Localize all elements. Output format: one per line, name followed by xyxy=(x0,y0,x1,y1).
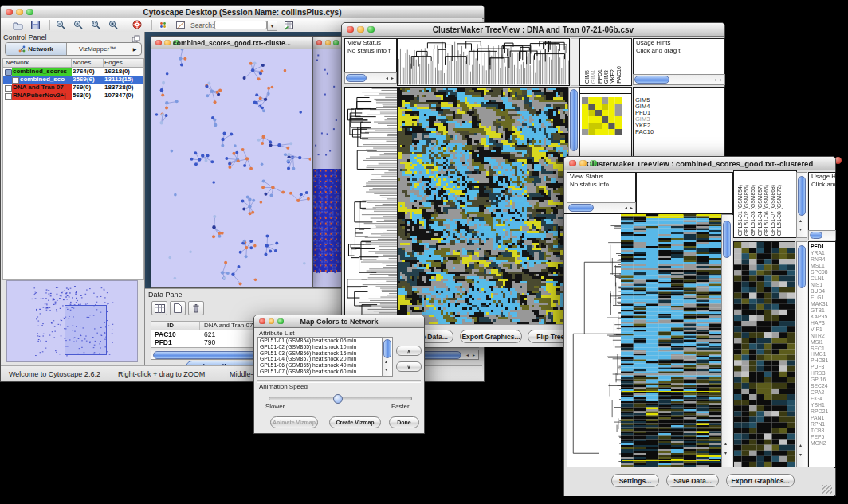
attribute-list-item[interactable]: GPL51-02 (GSM855) heat shock 10 min xyxy=(258,344,383,350)
gene-label[interactable]: CLN1 xyxy=(809,275,835,282)
close-icon[interactable] xyxy=(569,160,576,167)
network-overview[interactable] xyxy=(6,280,138,362)
column-label[interactable]: GIM3 xyxy=(603,70,609,84)
scrollbar-thumb[interactable] xyxy=(810,232,822,239)
scroll-right-icon[interactable]: ▸ xyxy=(473,353,475,357)
scrollbar-thumb[interactable] xyxy=(798,176,806,216)
scroll-left-icon[interactable]: ◂ xyxy=(625,205,627,210)
close-icon[interactable] xyxy=(6,9,13,16)
gene-label[interactable]: TCB3 xyxy=(809,428,835,434)
column-label[interactable]: GPL51-06 (GSM865) xyxy=(764,185,769,236)
scroll-right-icon[interactable]: ▸ xyxy=(391,76,394,80)
row-dendrogram[interactable] xyxy=(344,87,398,325)
gene-label[interactable]: MAK31 xyxy=(809,301,835,307)
column-label[interactable]: GPL51-02 (GSM855) xyxy=(744,185,749,236)
gene-label[interactable]: NTR2 xyxy=(809,333,835,339)
close-icon[interactable] xyxy=(347,26,354,33)
gene-label[interactable]: NIS1 xyxy=(809,282,835,288)
scroll-up-icon[interactable]: ▴ xyxy=(799,218,802,223)
gene-label[interactable]: RPO21 xyxy=(809,408,835,415)
scroll-up-icon[interactable]: ▴ xyxy=(385,359,387,364)
delete-attribute-icon[interactable] xyxy=(188,301,204,315)
vizmapper-icon[interactable] xyxy=(155,19,170,31)
open-session-icon[interactable] xyxy=(10,19,25,31)
scrollbar-thumb[interactable] xyxy=(723,221,731,258)
done-button[interactable]: Done xyxy=(389,416,419,428)
create-vizmap-button[interactable]: Create Vizmap xyxy=(329,416,381,428)
column-label[interactable]: YKE2 xyxy=(610,69,615,84)
gene-label[interactable]: KAP95 xyxy=(809,314,835,320)
save-data-button[interactable]: Save Data... xyxy=(666,474,719,487)
gene-label[interactable]: PAC10 xyxy=(634,129,724,135)
column-label[interactable]: PFD1 xyxy=(597,69,603,84)
search-dropdown-icon[interactable]: ▾ xyxy=(267,21,277,31)
dense-network-view[interactable] xyxy=(313,49,342,287)
attribute-list-vscrollbar[interactable]: ▴ ▾ xyxy=(382,337,393,377)
gene-label[interactable]: YSH1 xyxy=(809,402,835,408)
gene-label[interactable]: YRA1 xyxy=(809,250,835,256)
scroll-down-icon[interactable]: ▾ xyxy=(385,367,387,372)
col-nodes[interactable]: Nodes xyxy=(73,59,91,66)
minimize-icon[interactable] xyxy=(325,40,331,45)
select-attributes-icon[interactable] xyxy=(151,301,167,315)
close-icon[interactable] xyxy=(316,40,322,45)
gene-label[interactable]: SEC1 xyxy=(809,346,835,352)
scroll-up-icon[interactable]: ▴ xyxy=(724,441,727,446)
scroll-left-icon[interactable]: ◂ xyxy=(714,77,716,82)
scrollbar-thumb[interactable] xyxy=(634,76,669,84)
treeview1-titlebar[interactable]: ClusterMaker TreeView : DNA and Tran 07-… xyxy=(342,23,724,37)
gene-label[interactable]: PHO81 xyxy=(809,357,835,364)
gene-label[interactable]: PAN1 xyxy=(809,415,835,421)
tab-overflow-icon[interactable]: ▶ xyxy=(128,43,141,55)
gene-label[interactable]: RNR4 xyxy=(809,256,835,263)
network-list-item[interactable]: combined_scores2764(0)16218(0) xyxy=(3,68,143,76)
scroll-up-icon[interactable]: ▴ xyxy=(799,443,802,447)
move-down-button[interactable]: ∨ xyxy=(396,361,422,372)
gene-label[interactable]: PEP5 xyxy=(809,434,835,440)
gene-label[interactable]: PFD1 xyxy=(809,244,835,250)
zoom-fit-icon[interactable] xyxy=(106,19,120,31)
gene-label[interactable]: GTB1 xyxy=(809,307,835,314)
resize-grip[interactable] xyxy=(822,485,832,494)
scrollbar-thumb[interactable] xyxy=(568,204,594,212)
correlation-matrix[interactable] xyxy=(582,97,622,135)
column-label[interactable]: GIM5 xyxy=(584,70,590,84)
zoom-selected-icon[interactable] xyxy=(88,19,103,31)
move-up-button[interactable]: ∧ xyxy=(396,346,422,356)
attribute-list-item[interactable]: GPL51-07 (GSM868) heat shock 60 min xyxy=(258,369,383,375)
id-header[interactable]: ID xyxy=(167,322,174,329)
heatmap-zoom-view[interactable] xyxy=(733,241,795,468)
slider-thumb[interactable] xyxy=(333,394,343,404)
gene-label[interactable]: VIP1 xyxy=(809,326,835,333)
main-titlebar[interactable]: Cytoscape Desktop (Session Name: collins… xyxy=(1,6,484,19)
gene-label[interactable]: HMG1 xyxy=(809,351,835,357)
attribute-list-item[interactable]: GPL51-04 (GSM857) heat shock 20 min xyxy=(258,356,383,362)
network-list-item[interactable]: combined_sco2569(6)13112(15) xyxy=(3,76,143,84)
export-graphics-button[interactable]: Export Graphics... xyxy=(460,330,522,343)
column-label[interactable]: GPL51-01 (GSM854) xyxy=(737,185,743,236)
network-list-item[interactable]: DNA and Tran 07769(0)183728(0) xyxy=(3,84,143,92)
scrollbar-thumb[interactable] xyxy=(798,245,806,288)
import-table-icon[interactable] xyxy=(281,19,296,31)
gene-label[interactable]: ELG1 xyxy=(809,295,835,301)
usage-hints-hscrollbar[interactable] xyxy=(808,230,836,240)
column-labels-vscrollbar[interactable]: ▴ ▾ xyxy=(796,172,807,238)
gene-label[interactable]: SEC24 xyxy=(809,383,835,389)
column-label[interactable]: GIM4 xyxy=(591,70,596,84)
treeview2-titlebar[interactable]: ClusterMaker TreeView : combined_scores_… xyxy=(564,157,835,170)
scroll-left-icon[interactable]: ◂ xyxy=(466,353,469,357)
scroll-left-icon[interactable]: ◂ xyxy=(386,76,388,80)
network-window-titlebar[interactable]: combined_scores_good.txt--cluste... xyxy=(151,37,312,49)
scroll-right-icon[interactable]: ▸ xyxy=(720,77,722,82)
gene-label[interactable]: MSL1 xyxy=(809,263,835,269)
new-attribute-icon[interactable] xyxy=(170,301,186,315)
gene-label[interactable]: FIG4 xyxy=(809,396,835,402)
attribute-list-item[interactable]: GPL51-03 (GSM856) heat shock 15 min xyxy=(258,350,383,357)
gene-label[interactable]: MON2 xyxy=(809,440,835,447)
animation-speed-slider[interactable] xyxy=(269,397,412,400)
column-label[interactable]: GPL51-03 (GSM856) xyxy=(750,185,756,236)
scrollbar-thumb[interactable] xyxy=(570,89,578,151)
column-label[interactable]: PAC10 xyxy=(616,66,622,84)
close-icon[interactable] xyxy=(259,318,265,325)
export-graphics-button[interactable]: Export Graphics... xyxy=(726,474,795,487)
